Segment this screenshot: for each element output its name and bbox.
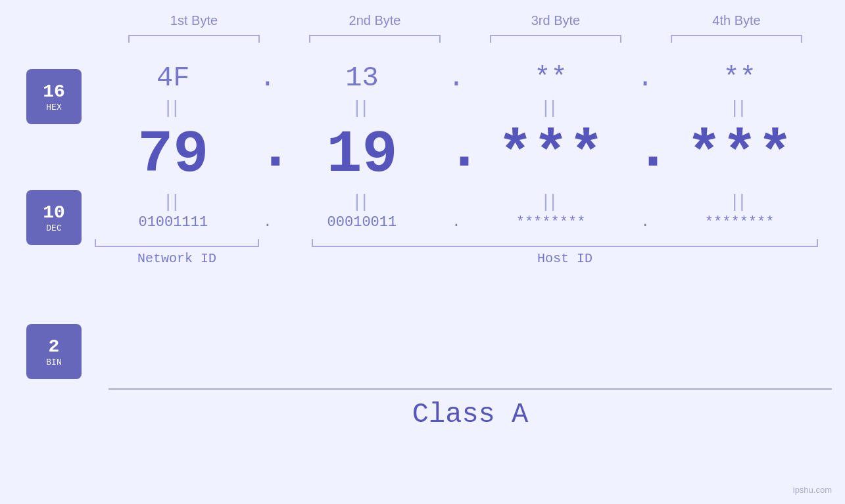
dec-row: 79 . 19 . *** . *** [95,120,818,188]
host-bracket [312,239,818,247]
dec-dot3: . [635,120,655,185]
bin-b1: 01001111 [101,214,245,231]
hex-dot3: . [635,62,655,94]
eq1-b4: || [667,97,812,118]
eq2-b2: || [289,191,434,212]
hex-dot2: . [447,62,466,94]
byte4-header: 4th Byte [661,13,812,28]
eq2-b1: || [101,191,245,212]
class-label: Class A [109,399,832,430]
eq1-b2: || [289,97,434,118]
dec-badge: 10 DEC [26,190,82,245]
byte1-header: 1st Byte [118,13,270,28]
bracket-b1 [128,35,260,43]
hex-row: 4F . 13 . ** . ** [95,62,818,94]
full-bottom-line [109,388,832,390]
base-labels: 16 HEX 10 DEC 2 BIN [26,62,82,379]
bracket-b3 [490,35,621,43]
hex-b3: ** [479,62,623,94]
id-labels: Network ID Host ID [95,251,818,266]
bracket-b2 [309,35,441,43]
bin-dot3: . [635,214,655,231]
eq2-b3: || [479,191,623,212]
byte3-header: 3rd Byte [480,13,631,28]
bottom-brackets [95,239,818,247]
bin-b2: 00010011 [289,214,434,231]
byte-headers: 1st Byte 2nd Byte 3rd Byte 4th Byte [104,13,827,28]
dec-b3: *** [479,126,623,185]
eq1-b3: || [479,97,623,118]
dec-b4: *** [667,126,812,185]
equals-row-2: || || || || [95,188,818,214]
watermark: ipshu.com [793,485,832,495]
dec-dot1: . [258,120,278,185]
bin-badge: 2 BIN [26,324,82,379]
rows-container: 4F . 13 . ** . ** || || [95,56,845,379]
content-area: 16 HEX 10 DEC 2 BIN 4F . [26,56,845,379]
network-bracket [95,239,259,247]
main-container: 1st Byte 2nd Byte 3rd Byte 4th Byte 16 H… [0,0,845,504]
bracket-b4 [671,35,802,43]
hex-b2: 13 [289,62,434,94]
bin-b3: ******** [479,214,623,231]
bin-dot1: . [258,214,278,231]
hex-b4: ** [667,62,812,94]
dec-b1: 79 [101,126,245,185]
dec-dot2: . [447,120,466,185]
byte2-header: 2nd Byte [299,13,450,28]
hex-b1: 4F [101,62,245,94]
hex-dot1: . [258,62,278,94]
bin-row: 01001111 . 00010011 . ******** . *******… [95,214,818,231]
hex-badge: 16 HEX [26,69,82,124]
host-id-label: Host ID [312,251,818,266]
network-id-label: Network ID [95,251,259,266]
eq1-b1: || [101,97,245,118]
eq2-b4: || [667,191,812,212]
bin-dot2: . [447,214,466,231]
dec-b2: 19 [289,126,434,185]
top-brackets [104,35,827,43]
bin-b4: ******** [667,214,812,231]
